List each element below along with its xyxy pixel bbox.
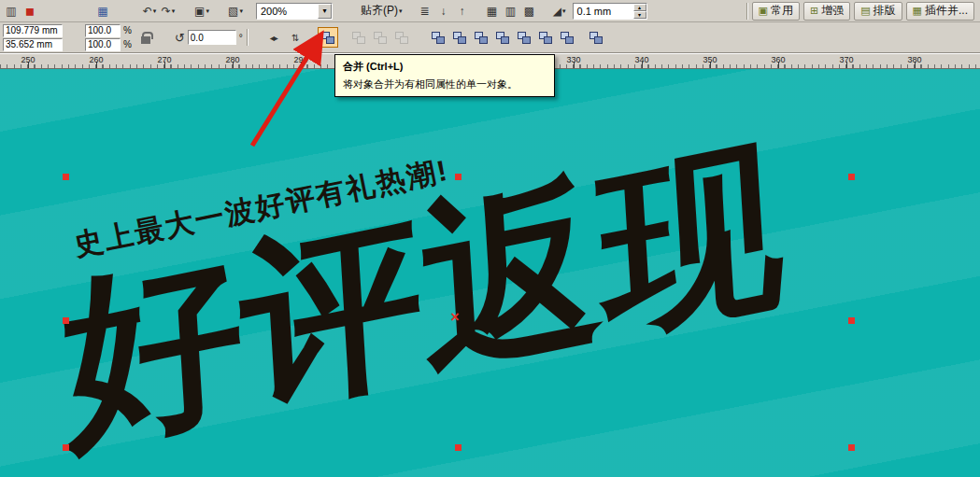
zoom-tool-button[interactable]: ▧▾ bbox=[226, 2, 245, 21]
combine-icon bbox=[321, 32, 334, 44]
convert-to-curves-icon bbox=[589, 32, 603, 44]
workspace-tab-changyong[interactable]: ▣常用 bbox=[752, 2, 800, 21]
back-minus-front-icon bbox=[539, 32, 552, 44]
shapes-red-button[interactable]: ◼ bbox=[21, 2, 39, 21]
selection-center-mark[interactable]: × bbox=[450, 309, 459, 326]
workspace-tabs: ▣常用⊞增强▤排版▦插件并... bbox=[752, 2, 978, 21]
zoom-value: 200% bbox=[257, 6, 298, 17]
zoom-dropdown-icon[interactable]: ▾ bbox=[318, 4, 332, 19]
scale-y-unit: % bbox=[123, 39, 132, 49]
property-bar: % % ↺ ° ◂▸ ⇅ bbox=[0, 22, 980, 53]
create-boundary-button[interactable] bbox=[557, 27, 577, 48]
front-minus-back-icon bbox=[518, 32, 531, 44]
ruler-label: 270 bbox=[157, 55, 171, 64]
chart-icon: ▥ bbox=[505, 6, 516, 17]
workspace-tab-paiban[interactable]: ▤排版 bbox=[854, 2, 902, 21]
selection-handle[interactable] bbox=[455, 444, 462, 451]
rotation-unit: ° bbox=[239, 33, 243, 43]
mirror-horizontal-icon: ◂▸ bbox=[270, 33, 277, 43]
ruler-label: 380 bbox=[907, 55, 921, 64]
snap-label: 贴齐(P) bbox=[361, 3, 398, 19]
zoom-combobox[interactable]: 200% ▾ bbox=[256, 3, 333, 20]
application-button[interactable]: ▥ bbox=[2, 2, 21, 21]
object-position-block bbox=[3, 24, 63, 51]
table-button[interactable]: ▦ bbox=[483, 2, 502, 21]
table-icon: ▦ bbox=[487, 6, 497, 17]
ruler-label: 360 bbox=[771, 55, 785, 64]
paste-button[interactable]: ▣▾ bbox=[192, 2, 211, 21]
group-button[interactable] bbox=[370, 27, 391, 48]
workspace-tab-label: 常用 bbox=[771, 3, 793, 19]
workspace-tab-chajian[interactable]: ▦插件并... bbox=[906, 2, 974, 21]
trim-button[interactable] bbox=[449, 27, 470, 48]
selection-handle[interactable] bbox=[848, 317, 855, 324]
mirror-vertical-button[interactable]: ⇅ bbox=[285, 27, 305, 48]
outline-pen-button[interactable]: ◢▾ bbox=[550, 2, 569, 21]
spin-up-icon[interactable]: ▴ bbox=[633, 4, 646, 11]
workspace-tab-zengqiang[interactable]: ⊞增强 bbox=[803, 2, 850, 21]
position-y-input[interactable] bbox=[3, 38, 63, 51]
zoom-tool-icon: ▧ bbox=[228, 6, 238, 17]
simplify-icon bbox=[496, 32, 509, 44]
ruler-label: 370 bbox=[839, 55, 853, 64]
canvas[interactable]: 史上最大一波好评有礼热潮! 好评返现 × bbox=[0, 69, 980, 477]
back-minus-front-button[interactable] bbox=[535, 27, 556, 48]
align-button[interactable]: ≣ bbox=[416, 2, 434, 21]
snap-dropdown[interactable]: 贴齐(P) ▾ bbox=[355, 2, 408, 21]
grid-blue-button[interactable]: ▦ bbox=[93, 2, 112, 21]
workspace-tab-label: 排版 bbox=[873, 3, 896, 19]
redo-button[interactable]: ↷▾ bbox=[159, 2, 178, 21]
selection-handle[interactable] bbox=[455, 174, 462, 180]
import-button[interactable]: ↓ bbox=[434, 2, 453, 21]
rotation-icon: ↺ bbox=[175, 31, 185, 45]
selection-handle[interactable] bbox=[848, 444, 855, 451]
front-minus-back-button[interactable] bbox=[514, 27, 534, 48]
weld-button[interactable] bbox=[428, 27, 448, 48]
tooltip-title: 合并 (Ctrl+L) bbox=[343, 60, 547, 74]
outline-width-spinner[interactable]: ▴▾ bbox=[633, 4, 646, 19]
break-apart-button[interactable] bbox=[348, 27, 369, 48]
workspace-tab-icon: ▣ bbox=[759, 5, 768, 17]
ruler-label: 350 bbox=[703, 55, 717, 64]
outline-width-input[interactable]: 0.1 mm ▴▾ bbox=[573, 3, 647, 20]
undo-button[interactable]: ↶▾ bbox=[140, 2, 159, 21]
break-apart-icon bbox=[352, 32, 365, 44]
toolbar-separator bbox=[746, 3, 748, 20]
ruler-label: 330 bbox=[566, 55, 580, 64]
spin-down-icon[interactable]: ▾ bbox=[633, 11, 646, 19]
toolbar-left-icons: ▥◼▦↶▾↷▾▣▾▧▾ bbox=[2, 2, 245, 21]
grid-blue-icon: ▦ bbox=[97, 6, 107, 17]
workspace-tab-label: 插件并... bbox=[925, 3, 968, 19]
selection-handle[interactable] bbox=[63, 317, 69, 324]
convert-to-curves-button[interactable] bbox=[586, 27, 606, 48]
lock-ratio-button[interactable] bbox=[137, 25, 154, 49]
outline-pen-icon: ◢ bbox=[553, 6, 561, 17]
pattern-button[interactable]: ▩ bbox=[520, 2, 539, 21]
intersect-button[interactable] bbox=[471, 27, 491, 48]
simplify-button[interactable] bbox=[492, 27, 513, 48]
dropdown-caret-icon: ▾ bbox=[153, 7, 157, 15]
selection-handle[interactable] bbox=[63, 174, 69, 180]
selection-handle[interactable] bbox=[848, 174, 855, 180]
scale-block: % % bbox=[85, 24, 132, 51]
ruler-label: 260 bbox=[89, 55, 103, 64]
rotation-block: ↺ ° bbox=[175, 30, 243, 45]
op-group-b bbox=[348, 27, 413, 48]
combine-button[interactable] bbox=[318, 27, 338, 48]
export-button[interactable]: ↑ bbox=[453, 2, 472, 21]
chart-button[interactable]: ▥ bbox=[502, 2, 520, 21]
create-boundary-icon bbox=[561, 32, 574, 44]
mirror-horizontal-button[interactable]: ◂▸ bbox=[263, 27, 284, 48]
snap-caret-icon: ▾ bbox=[399, 7, 403, 15]
ruler-label: 280 bbox=[225, 55, 239, 64]
rotation-input[interactable] bbox=[188, 30, 236, 45]
scale-y-input[interactable] bbox=[85, 38, 121, 51]
position-x-input[interactable] bbox=[3, 24, 63, 37]
workspace-tab-label: 增强 bbox=[821, 3, 844, 19]
selection-handle[interactable] bbox=[63, 444, 69, 451]
ungroup-button[interactable] bbox=[391, 27, 412, 48]
op-group-a bbox=[318, 27, 339, 48]
scale-x-input[interactable] bbox=[85, 24, 121, 37]
workspace-tab-icon: ▤ bbox=[860, 5, 870, 17]
paste-icon: ▣ bbox=[194, 6, 205, 17]
